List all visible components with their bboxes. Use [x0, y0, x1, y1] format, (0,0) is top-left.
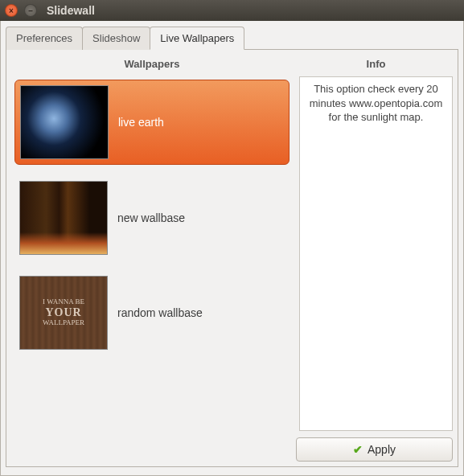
tab-label: Preferences — [16, 32, 72, 44]
wallpapers-column: Wallpapers live earth new wallbase I WA — [11, 55, 293, 431]
tab-live-wallpapers[interactable]: Live Wallpapers — [150, 27, 244, 50]
wallpaper-item-live-earth[interactable]: live earth — [14, 80, 289, 165]
wallpaper-thumbnail: I WANNA BE YOUR WALLPAPER — [19, 276, 108, 350]
tab-label: Slideshow — [92, 32, 140, 44]
thumb-text: I WANNA BE — [43, 298, 84, 306]
wallpaper-label: new wallbase — [117, 211, 185, 224]
window-title: Slidewall — [47, 4, 95, 17]
wallpaper-label: random wallbase — [117, 306, 203, 319]
thumb-text: YOUR — [43, 306, 84, 318]
wallpaper-item-new-wallbase[interactable]: new wallbase — [14, 176, 289, 260]
tab-preferences[interactable]: Preferences — [6, 27, 83, 50]
wallpaper-item-random-wallbase[interactable]: I WANNA BE YOUR WALLPAPER random wallbas… — [14, 271, 289, 355]
info-text: This option check every 20 minutes www.o… — [299, 76, 453, 431]
info-header: Info — [299, 55, 453, 76]
minimize-icon[interactable]: – — [24, 4, 37, 17]
wallpaper-label: live earth — [118, 116, 164, 129]
tab-panel-live-wallpapers: Wallpapers live earth new wallbase I WA — [6, 49, 458, 467]
close-icon[interactable]: × — [5, 4, 18, 17]
info-column: Info This option check every 20 minutes … — [299, 55, 453, 431]
wallpapers-list[interactable]: live earth new wallbase I WANNA BE YOUR … — [11, 76, 293, 431]
apply-button[interactable]: ✔ Apply — [296, 437, 453, 462]
columns: Wallpapers live earth new wallbase I WA — [11, 55, 453, 431]
tab-bar: Preferences Slideshow Live Wallpapers — [6, 26, 458, 49]
apply-label: Apply — [368, 443, 396, 456]
window-body: Preferences Slideshow Live Wallpapers Wa… — [0, 21, 464, 476]
wallpapers-header: Wallpapers — [11, 55, 293, 76]
thumb-text: WALLPAPER — [43, 318, 84, 326]
check-icon: ✔ — [353, 443, 363, 456]
wallpaper-thumbnail — [20, 85, 109, 159]
tab-slideshow[interactable]: Slideshow — [82, 27, 150, 50]
wallpaper-thumbnail — [19, 181, 108, 255]
apply-row: ✔ Apply — [11, 431, 453, 462]
tab-label: Live Wallpapers — [160, 32, 234, 44]
titlebar: × – Slidewall — [0, 0, 464, 21]
